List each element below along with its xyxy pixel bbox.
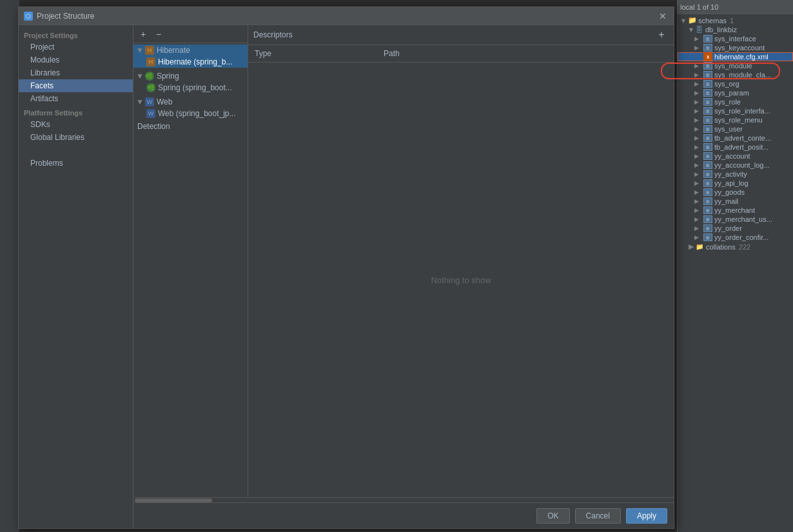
table-item-15[interactable]: ▶≡yy_activity xyxy=(678,170,793,179)
descriptors-header-row: Descriptors + xyxy=(248,25,674,45)
facets-toolbar: + − xyxy=(133,25,248,43)
schemas-folder-icon: 📁 xyxy=(688,16,697,25)
table-label-0: sys_interface xyxy=(714,35,756,43)
schemas-item[interactable]: ▼ 📁 schemas 1 xyxy=(678,15,793,25)
sidebar-item-modules[interactable]: Modules xyxy=(19,54,133,66)
table-label-1: sys_keyaccount xyxy=(714,44,765,52)
table-item-10[interactable]: ▶≡sys_user xyxy=(678,124,793,133)
table-icon-6: ≡ xyxy=(703,89,712,97)
sidebar-item-facets[interactable]: Facets xyxy=(19,79,133,92)
sidebar-item-global-libraries[interactable]: Global Libraries xyxy=(19,131,133,144)
table-item-18[interactable]: ▶≡yy_mail xyxy=(678,197,793,206)
spring-arrow: ▼ xyxy=(136,72,144,81)
db-icon: 🗄 xyxy=(696,26,703,34)
table-item-3[interactable]: ▶≡sys_module xyxy=(678,61,793,70)
right-database-panel: local 1 of 10 ▼ 📁 schemas 1 ▼ 🗄 db_linkb… xyxy=(677,0,793,532)
collations-item[interactable]: ▶ 📁 collations 222 xyxy=(678,242,793,251)
table-item-1[interactable]: ▶≡sys_keyaccount xyxy=(678,43,793,52)
table-item-12[interactable]: ▶≡tb_advert_posit... xyxy=(678,143,793,152)
table-icon-15: ≡ xyxy=(703,170,712,178)
table-item-20[interactable]: ▶≡yy_merchant_us... xyxy=(678,215,793,224)
table-label-15: yy_activity xyxy=(714,170,747,178)
spring-child-0[interactable]: 🌿 Spring (spring_boot... xyxy=(133,82,248,94)
add-facet-button[interactable]: + xyxy=(136,27,150,41)
table-icon-14: ≡ xyxy=(703,161,712,169)
scrollbar-thumb[interactable] xyxy=(135,498,212,502)
table-icon-13: ≡ xyxy=(703,152,712,160)
table-icon-3: ≡ xyxy=(703,62,712,70)
remove-facet-button[interactable]: − xyxy=(152,27,166,41)
table-item-17[interactable]: ▶≡yy_goods xyxy=(678,188,793,197)
schemas-label: schemas xyxy=(697,17,727,25)
table-item-11[interactable]: ▶≡tb_advert_conte... xyxy=(678,133,793,143)
sidebar-item-artifacts[interactable]: Artifacts xyxy=(19,92,133,105)
spring-child-label: Spring (spring_boot... xyxy=(158,83,232,92)
hibernate-header[interactable]: ▼ H Hibernate xyxy=(133,44,248,56)
table-arrow-4: ▶ xyxy=(694,72,703,78)
dialog-bottom: OK Cancel Apply xyxy=(133,502,674,528)
table-item-6[interactable]: ▶≡sys_param xyxy=(678,88,793,97)
hibernate-child-icon: H xyxy=(146,57,155,66)
table-label-16: yy_api_log xyxy=(714,179,749,187)
collations-label: collations xyxy=(705,243,736,251)
table-item-8[interactable]: ▶≡sys_role_interfa... xyxy=(678,106,793,115)
table-icon-1: ≡ xyxy=(703,44,712,52)
right-panel-header: local 1 of 10 xyxy=(678,0,793,14)
table-label-14: yy_account_log... xyxy=(714,161,770,169)
sidebar-item-libraries[interactable]: Libraries xyxy=(19,66,133,79)
table-item-4[interactable]: ▶≡sys_module_cla... xyxy=(678,70,793,79)
table-item-7[interactable]: ▶≡sys_role xyxy=(678,97,793,106)
table-label-2: hibernate.cfg.xml xyxy=(714,53,769,61)
hibernate-child-0[interactable]: H Hibernate (spring_b... xyxy=(133,56,248,68)
web-header[interactable]: ▼ W Web xyxy=(133,96,248,108)
cancel-button[interactable]: Cancel xyxy=(575,508,621,524)
db-linkbiz-item[interactable]: ▼ 🗄 db_linkbiz xyxy=(678,25,793,34)
table-arrow-16: ▶ xyxy=(694,180,703,186)
spring-group: ▼ 🌿 Spring 🌿 Spring (spring_boot... xyxy=(133,69,248,95)
table-item-21[interactable]: ▶≡yy_order xyxy=(678,224,793,233)
table-icon-7: ≡ xyxy=(703,98,712,106)
apply-button[interactable]: Apply xyxy=(626,508,667,524)
table-arrow-12: ▶ xyxy=(694,144,703,150)
horizontal-scrollbar[interactable] xyxy=(133,497,674,502)
table-item-19[interactable]: ▶≡yy_merchant xyxy=(678,206,793,215)
detection-item[interactable]: Detection xyxy=(133,121,248,132)
table-item-14[interactable]: ▶≡yy_account_log... xyxy=(678,161,793,170)
table-icon-22: ≡ xyxy=(703,233,712,241)
left-strip xyxy=(0,0,19,532)
table-item-5[interactable]: ▶≡sys_org xyxy=(678,79,793,88)
hibernate-arrow: ▼ xyxy=(136,46,144,55)
descriptors-columns: Type Path xyxy=(248,45,674,63)
ok-button[interactable]: OK xyxy=(536,508,569,524)
table-arrow-20: ▶ xyxy=(694,216,703,222)
web-child-0[interactable]: W Web (spring_boot_jp... xyxy=(133,108,248,119)
table-label-22: yy_order_confir... xyxy=(714,233,769,241)
sidebar-item-project[interactable]: Project xyxy=(19,41,133,54)
table-arrow-9: ▶ xyxy=(694,117,703,123)
table-arrow-8: ▶ xyxy=(694,108,703,114)
database-tree: ▼ 📁 schemas 1 ▼ 🗄 db_linkbiz ▶≡sys_inter… xyxy=(678,14,793,253)
table-icon-12: ≡ xyxy=(703,143,712,151)
hibernate-group: ▼ H Hibernate H Hibernate (spring_b... xyxy=(133,43,248,69)
table-item-9[interactable]: ▶≡sys_role_menu xyxy=(678,115,793,124)
dialog-title-text: Project Structure xyxy=(37,12,94,21)
hibernate-icon: H xyxy=(145,46,154,55)
table-icon-10: ≡ xyxy=(703,125,712,133)
table-item-22[interactable]: ▶≡yy_order_confir... xyxy=(678,233,793,242)
table-label-21: yy_order xyxy=(714,224,742,232)
table-item-16[interactable]: ▶≡yy_api_log xyxy=(678,179,793,188)
table-arrow-17: ▶ xyxy=(694,189,703,195)
table-item-2[interactable]: Xhibernate.cfg.xml xyxy=(678,52,793,61)
sidebar-item-sdks[interactable]: SDKs xyxy=(19,118,133,131)
table-item-0[interactable]: ▶≡sys_interface xyxy=(678,34,793,43)
table-arrow-1: ▶ xyxy=(694,44,703,51)
table-item-13[interactable]: ▶≡yy_account xyxy=(678,152,793,161)
sidebar-item-problems[interactable]: Problems xyxy=(19,157,133,170)
dialog-close-button[interactable]: ✕ xyxy=(657,10,669,22)
add-descriptor-button[interactable]: + xyxy=(654,28,669,42)
table-arrow-19: ▶ xyxy=(694,207,703,213)
table-label-7: sys_role xyxy=(714,98,741,106)
spring-header[interactable]: ▼ 🌿 Spring xyxy=(133,70,248,82)
right-panel-title: local 1 of 10 xyxy=(680,3,718,11)
type-column-header: Type xyxy=(248,48,377,59)
